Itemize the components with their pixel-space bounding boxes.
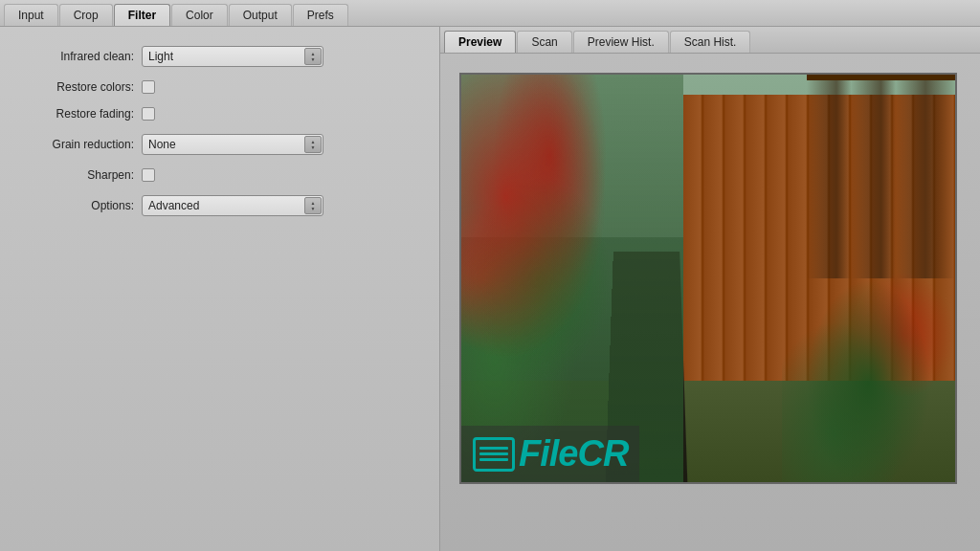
app-container: Input Crop Filter Color Output Prefs Inf…	[0, 0, 980, 551]
preview-tab-scan-hist[interactable]: Scan Hist.	[670, 31, 751, 53]
preview-tab-preview-hist[interactable]: Preview Hist.	[573, 31, 669, 53]
right-panel: Preview Scan Preview Hist. Scan Hist.	[440, 27, 980, 551]
grain-reduction-select-wrapper: None Low Medium High	[142, 134, 323, 155]
watermark: FileCR	[461, 426, 639, 482]
preview-tab-preview[interactable]: Preview	[444, 31, 516, 53]
watermark-text-body: ileCR	[540, 433, 628, 474]
filecr-icon	[473, 437, 515, 472]
grain-reduction-select[interactable]: None Low Medium High	[142, 134, 323, 155]
sharpen-row: Sharpen:	[19, 168, 420, 182]
tab-color[interactable]: Color	[171, 4, 228, 26]
watermark-letter-f: F	[519, 433, 540, 474]
garden-scene	[461, 75, 955, 482]
options-select-wrapper: Advanced Standard Custom	[142, 195, 323, 216]
restore-colors-row: Restore colors:	[19, 80, 420, 94]
tab-prefs[interactable]: Prefs	[293, 4, 348, 26]
icon-line-3	[479, 458, 508, 461]
options-label: Options:	[19, 199, 134, 212]
restore-fading-label: Restore fading:	[19, 107, 134, 121]
infrared-clean-select-wrapper: Light None Medium Heavy	[142, 46, 323, 67]
preview-tab-bar: Preview Scan Preview Hist. Scan Hist.	[440, 27, 980, 54]
grain-reduction-label: Grain reduction:	[19, 138, 134, 151]
filter-panel: Infrared clean: Light None Medium Heavy …	[0, 27, 440, 551]
preview-tab-scan[interactable]: Scan	[517, 31, 571, 53]
watermark-text: FileCR	[519, 433, 628, 474]
sharpen-checkbox[interactable]	[142, 168, 155, 182]
tab-crop[interactable]: Crop	[59, 4, 113, 26]
infrared-clean-row: Infrared clean: Light None Medium Heavy	[19, 46, 420, 67]
tab-input[interactable]: Input	[4, 4, 58, 26]
infrared-clean-label: Infrared clean:	[19, 50, 134, 63]
top-tab-bar: Input Crop Filter Color Output Prefs	[0, 0, 980, 27]
sharpen-label: Sharpen:	[19, 168, 134, 182]
foliage-right	[782, 237, 955, 482]
restore-colors-label: Restore colors:	[19, 80, 134, 94]
tab-filter[interactable]: Filter	[114, 4, 170, 26]
restore-fading-row: Restore fading:	[19, 107, 420, 121]
infrared-clean-select[interactable]: Light None Medium Heavy	[142, 46, 323, 67]
watermark-logo: FileCR	[461, 426, 639, 482]
icon-line-2	[479, 452, 508, 455]
icon-line-1	[479, 447, 508, 450]
preview-area: FileCR	[440, 54, 980, 551]
tab-output[interactable]: Output	[229, 4, 292, 26]
main-content: Infrared clean: Light None Medium Heavy …	[0, 27, 980, 551]
restore-colors-checkbox[interactable]	[142, 80, 155, 94]
options-row: Options: Advanced Standard Custom	[19, 195, 420, 216]
foliage-left	[461, 75, 683, 482]
preview-image: FileCR	[459, 73, 957, 484]
grain-reduction-row: Grain reduction: None Low Medium High	[19, 134, 420, 155]
restore-fading-checkbox[interactable]	[142, 107, 155, 121]
options-select[interactable]: Advanced Standard Custom	[142, 195, 323, 216]
